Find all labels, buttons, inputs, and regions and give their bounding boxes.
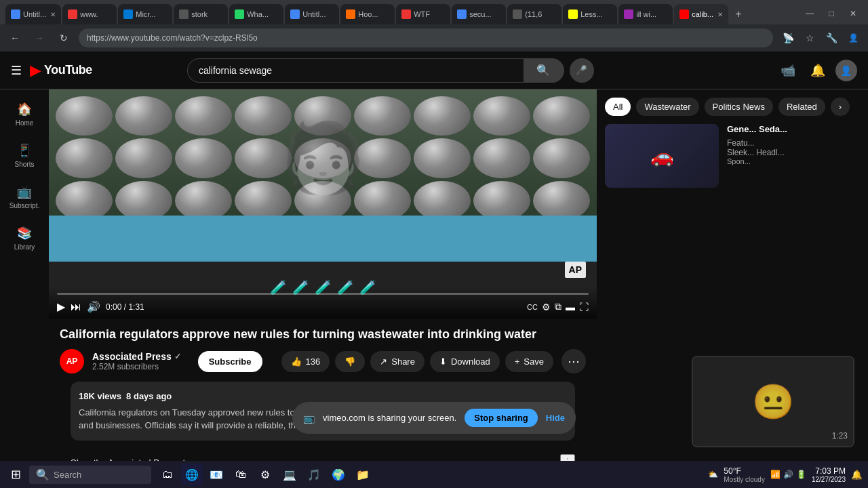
rec-info-1: Gene... Seda... Featu... Sleek... Headl.… — [724, 124, 860, 188]
new-tab-button[interactable]: + — [730, 4, 754, 24]
save-button[interactable]: + Save — [505, 351, 553, 372]
channel-row: AP Associated Press ✓ 2.52M subscribers … — [60, 349, 586, 373]
taskbar-icon-chrome[interactable]: 🌐 — [181, 464, 203, 485]
search-container: 🔍 🎤 — [187, 58, 594, 83]
profile-button[interactable]: 👤 — [844, 28, 863, 47]
chip-related[interactable]: Related — [778, 98, 825, 116]
chip-all[interactable]: All — [605, 98, 631, 116]
next-button[interactable]: ⏭ — [71, 301, 81, 313]
refresh-button[interactable]: ↻ — [54, 28, 73, 47]
taskbar-clock[interactable]: 7:03 PM 12/27/2023 — [812, 466, 846, 483]
tab-1[interactable]: Untitl... ✕ — [5, 4, 61, 24]
chip-politics-news[interactable]: Politics News — [705, 98, 773, 116]
stop-sharing-button[interactable]: Stop sharing — [465, 409, 537, 427]
channel-avatar[interactable]: AP — [60, 349, 84, 373]
rec-thumb-1: 🚗 — [605, 124, 719, 188]
tab-4[interactable]: stork — [174, 4, 228, 24]
nav-bar: ← → ↻ https://www.youtube.com/watch?v=zc… — [0, 24, 868, 52]
dislike-button[interactable]: 👎 — [335, 351, 365, 372]
settings-button[interactable]: ⚙ — [542, 302, 551, 312]
user-avatar[interactable]: 👤 — [835, 60, 857, 81]
taskbar-icon-view[interactable]: 🗂 — [157, 464, 178, 485]
volume-icon[interactable]: 🔊 — [783, 470, 793, 479]
start-button[interactable]: ⊞ — [5, 464, 26, 485]
create-video-button[interactable]: 📹 — [776, 58, 800, 83]
download-button[interactable]: ⬇ Download — [430, 351, 500, 372]
miniplayer-button[interactable]: ⧉ — [555, 301, 561, 312]
hide-sharing-button[interactable]: Hide — [546, 413, 565, 423]
rec-item-1[interactable]: 🚗 Gene... Seda... Featu... Sleek... Head… — [605, 124, 860, 188]
notifications-button[interactable]: 🔔 — [806, 58, 830, 83]
taskbar-icon-terminal[interactable]: 💻 — [279, 464, 300, 485]
taskbar-icon-store[interactable]: 🛍 — [230, 464, 252, 485]
captions-button[interactable]: CC — [527, 303, 538, 311]
sidebar-item-shorts[interactable]: 📱 Shorts — [0, 136, 49, 175]
sidebar-item-subscriptions[interactable]: 📺 Subscript. — [0, 178, 49, 216]
subscribe-button[interactable]: Subscribe — [198, 351, 262, 372]
tab-6[interactable]: Untitl... — [285, 4, 339, 24]
progress-bar[interactable] — [57, 293, 589, 295]
voice-search-button[interactable]: 🎤 — [570, 58, 594, 83]
chip-wastewater[interactable]: Wastewater — [636, 98, 698, 116]
taskbar-search[interactable]: 🔍 Search — [29, 466, 151, 484]
youtube-header: ☰ ▶ YouTube 🔍 🎤 📹 🔔 👤 — [0, 52, 868, 89]
notification-center[interactable]: 🔔 — [851, 470, 863, 480]
play-button[interactable]: ▶ — [57, 300, 65, 313]
action-buttons: 👍 136 👎 ↗ Share ⬇ Download — [281, 351, 553, 372]
subscribers-count: 2.52M subscribers — [92, 362, 190, 371]
taskbar-icon-folder[interactable]: 📁 — [352, 464, 374, 485]
tab-12[interactable]: ill wi... — [618, 4, 673, 24]
search-input[interactable] — [187, 58, 524, 83]
taskbar-icon-music[interactable]: 🎵 — [303, 464, 325, 485]
share-button[interactable]: ↗ Share — [370, 351, 425, 372]
channel-info: Associated Press ✓ 2.52M subscribers — [92, 351, 190, 371]
bookmark-button[interactable]: ☆ — [800, 28, 819, 47]
tab-9[interactable]: secu... — [452, 4, 506, 24]
taskbar-icon-mail[interactable]: 📧 — [205, 464, 227, 485]
share-icon: ↗ — [380, 357, 387, 367]
more-options-button[interactable]: ⋯ — [561, 349, 586, 373]
youtube-logo[interactable]: ▶ YouTube — [30, 62, 92, 79]
cast-icon[interactable]: 📡 — [778, 28, 797, 47]
minimize-button[interactable]: — — [800, 4, 819, 23]
views-count: 18K views — [79, 391, 121, 401]
sidebar-item-library[interactable]: 📚 Library — [0, 219, 49, 258]
chip-more[interactable]: › — [831, 98, 850, 116]
video-player: 🧑 🧪 🧪 🧪 🧪 🧪 AP — [49, 89, 597, 319]
tab-7[interactable]: Hoo... — [340, 4, 395, 24]
back-button[interactable]: ← — [5, 28, 24, 47]
volume-button[interactable]: 🔊 — [87, 300, 100, 313]
tab-10[interactable]: (11,6 — [507, 4, 561, 24]
taskbar: ⊞ 🔍 Search 🗂 🌐 📧 🛍 ⚙ 💻 🎵 🌍 📁 ⛅ 50°F Most… — [0, 461, 868, 488]
tab-2[interactable]: www. — [62, 4, 117, 24]
tab-active[interactable]: calib... ✕ — [674, 4, 728, 24]
address-bar[interactable]: https://www.youtube.com/watch?v=zclpz-RS… — [79, 28, 773, 47]
close-button[interactable]: ✕ — [844, 4, 863, 23]
taskbar-icon-browser2[interactable]: 🌍 — [328, 464, 349, 485]
temperature: 50°F — [724, 466, 765, 476]
left-sidebar: 🏠 Home 📱 Shorts 📺 Subscript. 📚 Library — [0, 89, 49, 488]
tab-8[interactable]: WTF — [396, 4, 450, 24]
battery-icon[interactable]: 🔋 — [796, 470, 806, 479]
tab-11[interactable]: Less... — [563, 4, 617, 24]
taskbar-search-icon: 🔍 — [36, 468, 50, 481]
tab-3[interactable]: Micr... — [118, 4, 172, 24]
search-button[interactable]: 🔍 — [524, 58, 564, 83]
taskbar-icon-settings[interactable]: ⚙ — [254, 464, 276, 485]
maximize-button[interactable]: □ — [822, 4, 841, 23]
sidebar-item-home[interactable]: 🏠 Home — [0, 95, 49, 134]
filter-chips: All Wastewater Politics News Related › — [605, 98, 860, 116]
extensions-button[interactable]: 🔧 — [822, 28, 841, 47]
tab-5[interactable]: Wha... — [229, 4, 283, 24]
like-button[interactable]: 👍 136 — [281, 351, 330, 372]
forward-button[interactable]: → — [30, 28, 49, 47]
channel-name-text[interactable]: Associated Press — [92, 351, 172, 362]
hamburger-menu[interactable]: ☰ — [11, 63, 22, 78]
network-icon[interactable]: 📶 — [770, 470, 781, 479]
thumbup-icon: 👍 — [291, 357, 302, 367]
fullscreen-button[interactable]: ⛶ — [579, 302, 589, 312]
video-frame: 🧑 🧪 🧪 🧪 🧪 🧪 — [49, 89, 597, 319]
rec-extra-1: Sleek... Headl... — [727, 148, 857, 157]
sharing-message: vimeo.com is sharing your screen. — [323, 413, 456, 423]
theater-button[interactable]: ▬ — [566, 302, 575, 312]
